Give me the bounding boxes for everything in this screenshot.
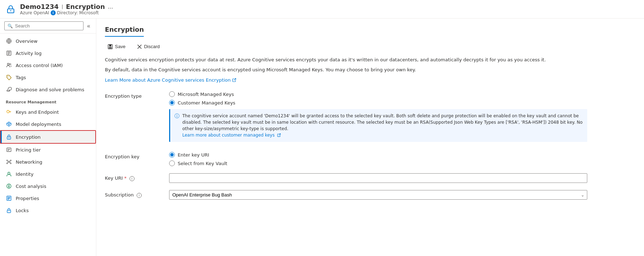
discard-button[interactable]: Discard — [134, 42, 163, 51]
key-uri-input[interactable] — [169, 173, 587, 183]
customer-managed-keys-radio[interactable] — [169, 100, 175, 106]
sidebar-item-access-control-label: Access control (IAM) — [16, 63, 63, 68]
info-icon[interactable]: i — [51, 10, 56, 15]
sidebar-item-properties-label: Properties — [16, 196, 39, 201]
main-content: Encryption Save Discard Cognitive servic… — [96, 19, 644, 256]
people-icon — [6, 62, 12, 68]
customer-managed-keys-option[interactable]: Customer Managed Keys — [169, 100, 587, 106]
select-from-key-vault-option[interactable]: Select from Key Vault — [169, 160, 587, 166]
globe-icon — [6, 38, 12, 44]
main-layout: 🔍 « Overview Activity log — [0, 19, 644, 256]
customer-managed-keys-info-box: ⓘ The cognitive service account named 'D… — [169, 109, 587, 142]
microsoft-managed-keys-radio[interactable] — [169, 91, 175, 97]
svg-point-1 — [10, 10, 11, 11]
sidebar-item-overview-label: Overview — [16, 39, 37, 44]
header-info: Demo1234 | Encryption ... Azure OpenAI i… — [20, 3, 115, 15]
sidebar-item-diagnose[interactable]: Diagnose and solve problems — [0, 83, 96, 96]
lock-icon — [6, 134, 12, 140]
sidebar-item-locks-label: Locks — [16, 208, 29, 213]
cost-analysis-icon — [6, 183, 12, 189]
svg-point-11 — [8, 161, 10, 163]
sidebar-item-activity-log-label: Activity log — [16, 51, 42, 56]
header: Demo1234 | Encryption ... Azure OpenAI i… — [0, 0, 644, 19]
subscription-label-area: Subscription i — [105, 190, 155, 198]
encryption-type-radio-group: Microsoft Managed Keys Customer Managed … — [169, 91, 587, 106]
svg-point-13 — [10, 160, 11, 161]
learn-more-encryption-link[interactable]: Learn More about Azure Cognitive service… — [105, 77, 236, 83]
svg-rect-22 — [109, 47, 112, 48]
encryption-key-label: Encryption key — [105, 152, 155, 159]
sidebar-item-pricing-tier[interactable]: Pricing tier — [0, 144, 96, 156]
cube-icon — [6, 121, 12, 127]
properties-icon — [6, 195, 12, 201]
sidebar-item-locks[interactable]: Locks — [0, 204, 96, 216]
network-icon — [6, 159, 12, 165]
description-line1: Cognitive services encryption protects y… — [105, 56, 587, 63]
enter-key-uri-option[interactable]: Enter key URI — [169, 152, 587, 158]
save-icon — [108, 44, 113, 49]
sidebar-search-area: 🔍 « — [0, 19, 96, 34]
toolbar: Save Discard — [105, 42, 587, 51]
collapse-sidebar-button[interactable]: « — [86, 22, 92, 30]
encryption-type-label: Encryption type — [105, 91, 155, 99]
sidebar-item-overview[interactable]: Overview — [0, 35, 96, 47]
sidebar-item-tags-label: Tags — [16, 75, 26, 80]
sidebar-item-pricing-tier-label: Pricing tier — [16, 147, 41, 153]
learn-more-cmk-link[interactable]: Learn more about customer managed keys — [182, 132, 281, 138]
resource-name: Demo1234 — [20, 3, 59, 10]
info-circle-icon: ⓘ — [174, 113, 179, 138]
sidebar-item-model-deployments[interactable]: Model deployments — [0, 118, 96, 130]
more-options-button[interactable]: ... — [106, 3, 115, 10]
encryption-key-radio-group: Enter key URI Select from Key Vault — [169, 152, 587, 166]
search-icon: 🔍 — [7, 24, 13, 29]
enter-key-uri-label: Enter key URI — [178, 152, 209, 158]
sidebar-navigation: Overview Activity log Access control (IA… — [0, 34, 96, 256]
sidebar-item-cost-analysis[interactable]: Cost analysis — [0, 180, 96, 192]
sidebar-item-encryption-label: Encryption — [16, 134, 41, 140]
pricing-icon — [6, 147, 12, 153]
svg-point-4 — [7, 63, 9, 65]
sidebar-item-tags[interactable]: Tags — [0, 71, 96, 83]
page-title: Encryption — [105, 26, 144, 37]
subscription-hint-icon[interactable]: i — [137, 193, 142, 198]
sidebar-item-properties[interactable]: Properties — [0, 192, 96, 204]
subscription-select-area: OpenAI Enterprise Bug Bash ⌄ — [169, 190, 587, 200]
subscription-row: Subscription i OpenAI Enterprise Bug Bas… — [105, 190, 587, 200]
sidebar: 🔍 « Overview Activity log — [0, 19, 96, 256]
sidebar-item-encryption[interactable]: Encryption — [0, 130, 96, 144]
svg-point-9 — [9, 138, 9, 138]
identity-icon — [6, 171, 12, 177]
sidebar-item-identity[interactable]: Identity — [0, 168, 96, 180]
encryption-key-controls: Enter key URI Select from Key Vault — [169, 152, 587, 166]
sidebar-item-model-deployments-label: Model deployments — [16, 122, 61, 127]
search-input[interactable] — [15, 23, 80, 29]
encryption-key-row: Encryption key Enter key URI Select from… — [105, 152, 587, 166]
lock-closed-icon — [6, 207, 12, 214]
key-uri-hint-icon[interactable]: i — [130, 176, 135, 181]
select-from-key-vault-radio[interactable] — [169, 160, 175, 166]
sidebar-item-keys-endpoint-label: Keys and Endpoint — [16, 109, 59, 115]
sidebar-item-networking[interactable]: Networking — [0, 156, 96, 168]
sidebar-item-activity-log[interactable]: Activity log — [0, 47, 96, 59]
description-line2: By default, data in the Cognitive servic… — [105, 66, 587, 73]
svg-point-15 — [10, 163, 11, 164]
sidebar-item-keys-endpoint[interactable]: Keys and Endpoint — [0, 106, 96, 118]
info-box-text: The cognitive service account named 'Dem… — [182, 113, 583, 138]
resource-management-section: Resource Management — [0, 96, 96, 106]
encryption-form: Encryption type Microsoft Managed Keys C… — [105, 91, 587, 200]
svg-point-16 — [8, 172, 10, 174]
sidebar-item-access-control[interactable]: Access control (IAM) — [0, 59, 96, 71]
sidebar-item-networking-label: Networking — [16, 159, 42, 165]
subscription-select[interactable]: OpenAI Enterprise Bug Bash — [169, 190, 587, 200]
microsoft-managed-keys-option[interactable]: Microsoft Managed Keys — [169, 91, 587, 97]
svg-point-12 — [7, 160, 8, 161]
discard-icon — [137, 44, 142, 49]
sidebar-item-identity-label: Identity — [16, 171, 34, 177]
sidebar-item-cost-analysis-label: Cost analysis — [16, 184, 46, 189]
encryption-type-row: Encryption type Microsoft Managed Keys C… — [105, 91, 587, 145]
search-box[interactable]: 🔍 — [4, 21, 83, 30]
customer-managed-keys-label: Customer Managed Keys — [178, 100, 235, 106]
external-link-icon — [232, 78, 236, 82]
enter-key-uri-radio[interactable] — [169, 152, 175, 158]
save-button[interactable]: Save — [105, 42, 128, 51]
